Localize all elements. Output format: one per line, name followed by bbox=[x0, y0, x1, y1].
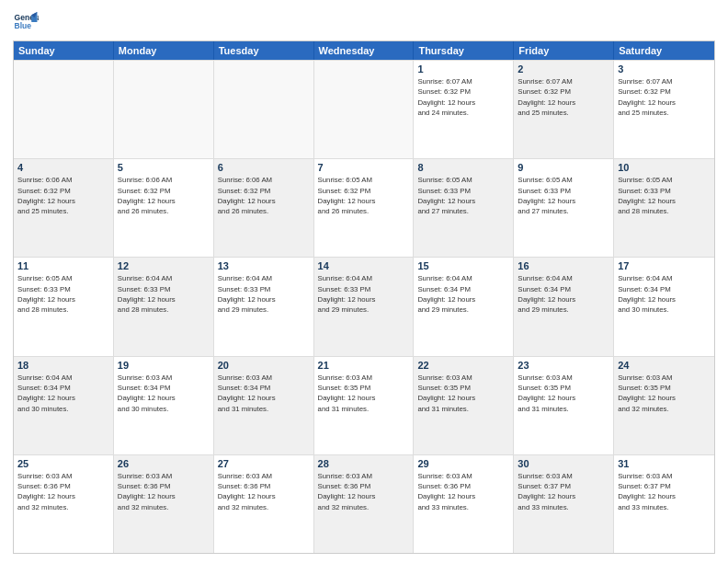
calendar-cell: 13Sunrise: 6:04 AM Sunset: 6:33 PM Dayli… bbox=[214, 258, 314, 355]
cell-info: Sunrise: 6:03 AM Sunset: 6:35 PM Dayligh… bbox=[417, 373, 509, 414]
cell-info: Sunrise: 6:06 AM Sunset: 6:32 PM Dayligh… bbox=[218, 175, 310, 216]
calendar: SundayMondayTuesdayWednesdayThursdayFrid… bbox=[13, 40, 715, 554]
day-number: 19 bbox=[118, 360, 210, 371]
calendar-cell: 3Sunrise: 6:07 AM Sunset: 6:32 PM Daylig… bbox=[614, 61, 714, 158]
cell-info: Sunrise: 6:07 AM Sunset: 6:32 PM Dayligh… bbox=[417, 76, 509, 118]
day-number: 24 bbox=[618, 360, 711, 371]
calendar-cell bbox=[114, 61, 214, 158]
calendar-week: 4Sunrise: 6:06 AM Sunset: 6:32 PM Daylig… bbox=[14, 158, 714, 257]
day-number: 10 bbox=[618, 162, 711, 173]
cell-info: Sunrise: 6:03 AM Sunset: 6:34 PM Dayligh… bbox=[118, 373, 210, 414]
cell-info: Sunrise: 6:06 AM Sunset: 6:32 PM Dayligh… bbox=[118, 175, 210, 216]
day-number: 6 bbox=[218, 162, 310, 173]
cell-info: Sunrise: 6:04 AM Sunset: 6:33 PM Dayligh… bbox=[118, 273, 210, 315]
day-number: 9 bbox=[518, 162, 609, 173]
svg-text:Blue: Blue bbox=[15, 21, 32, 30]
calendar-week: 11Sunrise: 6:05 AM Sunset: 6:33 PM Dayli… bbox=[14, 257, 714, 355]
calendar-cell: 18Sunrise: 6:04 AM Sunset: 6:34 PM Dayli… bbox=[14, 357, 114, 454]
day-number: 15 bbox=[417, 260, 509, 271]
weekday-label: Tuesday bbox=[214, 41, 314, 60]
cell-info: Sunrise: 6:07 AM Sunset: 6:32 PM Dayligh… bbox=[518, 76, 609, 118]
day-number: 13 bbox=[218, 260, 310, 271]
calendar-cell: 5Sunrise: 6:06 AM Sunset: 6:32 PM Daylig… bbox=[114, 159, 214, 257]
day-number: 11 bbox=[17, 260, 109, 271]
weekday-label: Monday bbox=[114, 41, 214, 60]
cell-info: Sunrise: 6:04 AM Sunset: 6:33 PM Dayligh… bbox=[218, 273, 310, 315]
day-number: 5 bbox=[118, 162, 210, 173]
cell-info: Sunrise: 6:05 AM Sunset: 6:32 PM Dayligh… bbox=[318, 175, 410, 216]
calendar-cell: 7Sunrise: 6:05 AM Sunset: 6:32 PM Daylig… bbox=[314, 159, 415, 257]
calendar-cell: 30Sunrise: 6:03 AM Sunset: 6:37 PM Dayli… bbox=[514, 455, 614, 553]
cell-info: Sunrise: 6:03 AM Sunset: 6:34 PM Dayligh… bbox=[218, 373, 310, 414]
calendar-body: 1Sunrise: 6:07 AM Sunset: 6:32 PM Daylig… bbox=[14, 60, 714, 553]
calendar-header: SundayMondayTuesdayWednesdayThursdayFrid… bbox=[14, 41, 714, 60]
calendar-cell: 28Sunrise: 6:03 AM Sunset: 6:36 PM Dayli… bbox=[314, 455, 415, 553]
page: General Blue SundayMondayTuesdayWednesda… bbox=[0, 0, 728, 563]
calendar-cell: 20Sunrise: 6:03 AM Sunset: 6:34 PM Dayli… bbox=[214, 357, 314, 454]
calendar-cell: 15Sunrise: 6:04 AM Sunset: 6:34 PM Dayli… bbox=[414, 258, 514, 355]
day-number: 17 bbox=[618, 260, 711, 271]
calendar-cell: 31Sunrise: 6:03 AM Sunset: 6:37 PM Dayli… bbox=[614, 455, 714, 553]
calendar-cell: 19Sunrise: 6:03 AM Sunset: 6:34 PM Dayli… bbox=[114, 357, 214, 454]
cell-info: Sunrise: 6:06 AM Sunset: 6:32 PM Dayligh… bbox=[17, 175, 109, 216]
day-number: 23 bbox=[518, 360, 609, 371]
day-number: 1 bbox=[417, 63, 509, 75]
day-number: 16 bbox=[518, 260, 609, 271]
calendar-cell: 10Sunrise: 6:05 AM Sunset: 6:33 PM Dayli… bbox=[614, 159, 714, 257]
logo-icon: General Blue bbox=[13, 9, 39, 35]
calendar-cell: 27Sunrise: 6:03 AM Sunset: 6:36 PM Dayli… bbox=[214, 455, 314, 553]
cell-info: Sunrise: 6:03 AM Sunset: 6:37 PM Dayligh… bbox=[518, 471, 609, 512]
calendar-cell: 9Sunrise: 6:05 AM Sunset: 6:33 PM Daylig… bbox=[514, 159, 614, 257]
cell-info: Sunrise: 6:03 AM Sunset: 6:36 PM Dayligh… bbox=[17, 471, 109, 512]
day-number: 21 bbox=[318, 360, 410, 371]
cell-info: Sunrise: 6:03 AM Sunset: 6:36 PM Dayligh… bbox=[218, 471, 310, 512]
weekday-label: Saturday bbox=[614, 41, 714, 60]
calendar-cell: 24Sunrise: 6:03 AM Sunset: 6:35 PM Dayli… bbox=[614, 357, 714, 454]
calendar-cell: 21Sunrise: 6:03 AM Sunset: 6:35 PM Dayli… bbox=[314, 357, 415, 454]
calendar-cell: 6Sunrise: 6:06 AM Sunset: 6:32 PM Daylig… bbox=[214, 159, 314, 257]
cell-info: Sunrise: 6:03 AM Sunset: 6:36 PM Dayligh… bbox=[118, 471, 210, 512]
calendar-cell: 26Sunrise: 6:03 AM Sunset: 6:36 PM Dayli… bbox=[114, 455, 214, 553]
weekday-label: Thursday bbox=[414, 41, 514, 60]
cell-info: Sunrise: 6:05 AM Sunset: 6:33 PM Dayligh… bbox=[518, 175, 609, 216]
weekday-label: Sunday bbox=[14, 41, 114, 60]
calendar-cell bbox=[214, 61, 314, 158]
cell-info: Sunrise: 6:07 AM Sunset: 6:32 PM Dayligh… bbox=[618, 76, 711, 118]
header: General Blue bbox=[13, 9, 715, 35]
day-number: 29 bbox=[417, 458, 509, 469]
calendar-cell: 4Sunrise: 6:06 AM Sunset: 6:32 PM Daylig… bbox=[14, 159, 114, 257]
day-number: 12 bbox=[118, 260, 210, 271]
calendar-cell: 2Sunrise: 6:07 AM Sunset: 6:32 PM Daylig… bbox=[514, 61, 614, 158]
calendar-cell: 17Sunrise: 6:04 AM Sunset: 6:34 PM Dayli… bbox=[614, 258, 714, 355]
day-number: 8 bbox=[417, 162, 509, 173]
cell-info: Sunrise: 6:04 AM Sunset: 6:34 PM Dayligh… bbox=[618, 273, 711, 315]
cell-info: Sunrise: 6:03 AM Sunset: 6:37 PM Dayligh… bbox=[618, 471, 711, 512]
cell-info: Sunrise: 6:05 AM Sunset: 6:33 PM Dayligh… bbox=[17, 273, 109, 315]
day-number: 22 bbox=[417, 360, 509, 371]
calendar-cell: 22Sunrise: 6:03 AM Sunset: 6:35 PM Dayli… bbox=[414, 357, 514, 454]
calendar-cell: 11Sunrise: 6:05 AM Sunset: 6:33 PM Dayli… bbox=[14, 258, 114, 355]
day-number: 27 bbox=[218, 458, 310, 469]
cell-info: Sunrise: 6:03 AM Sunset: 6:35 PM Dayligh… bbox=[618, 373, 711, 414]
day-number: 25 bbox=[17, 458, 109, 469]
cell-info: Sunrise: 6:04 AM Sunset: 6:33 PM Dayligh… bbox=[318, 273, 410, 315]
day-number: 28 bbox=[318, 458, 410, 469]
cell-info: Sunrise: 6:05 AM Sunset: 6:33 PM Dayligh… bbox=[618, 175, 711, 216]
day-number: 26 bbox=[118, 458, 210, 469]
calendar-cell: 25Sunrise: 6:03 AM Sunset: 6:36 PM Dayli… bbox=[14, 455, 114, 553]
day-number: 3 bbox=[618, 63, 711, 75]
calendar-cell bbox=[14, 61, 114, 158]
cell-info: Sunrise: 6:04 AM Sunset: 6:34 PM Dayligh… bbox=[17, 373, 109, 414]
logo: General Blue bbox=[13, 9, 42, 35]
cell-info: Sunrise: 6:03 AM Sunset: 6:36 PM Dayligh… bbox=[417, 471, 509, 512]
cell-info: Sunrise: 6:04 AM Sunset: 6:34 PM Dayligh… bbox=[518, 273, 609, 315]
weekday-label: Wednesday bbox=[314, 41, 415, 60]
calendar-cell: 14Sunrise: 6:04 AM Sunset: 6:33 PM Dayli… bbox=[314, 258, 415, 355]
cell-info: Sunrise: 6:04 AM Sunset: 6:34 PM Dayligh… bbox=[417, 273, 509, 315]
cell-info: Sunrise: 6:03 AM Sunset: 6:36 PM Dayligh… bbox=[318, 471, 410, 512]
weekday-label: Friday bbox=[514, 41, 614, 60]
calendar-cell: 8Sunrise: 6:05 AM Sunset: 6:33 PM Daylig… bbox=[414, 159, 514, 257]
day-number: 4 bbox=[17, 162, 109, 173]
calendar-cell: 12Sunrise: 6:04 AM Sunset: 6:33 PM Dayli… bbox=[114, 258, 214, 355]
cell-info: Sunrise: 6:03 AM Sunset: 6:35 PM Dayligh… bbox=[518, 373, 609, 414]
